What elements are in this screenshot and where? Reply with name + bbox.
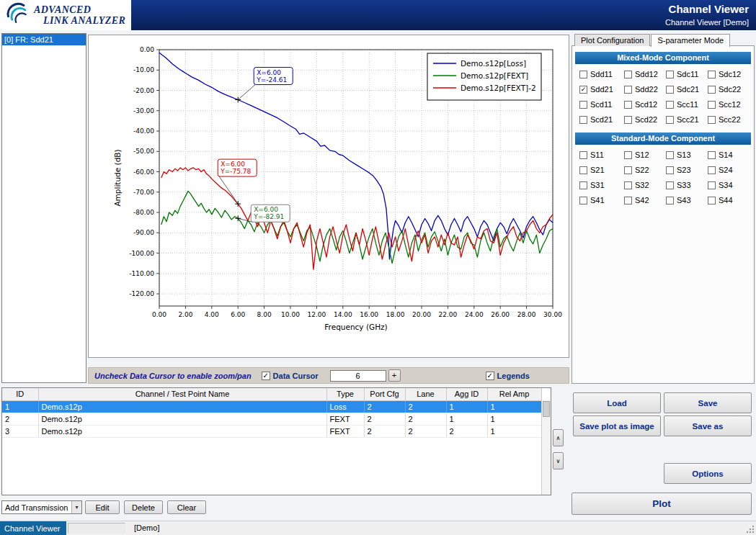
checkbox-sdd21[interactable]: ✓Sdd21: [579, 85, 624, 94]
checkbox-scd11[interactable]: Scd11: [579, 100, 624, 109]
checkbox-label: Scc21: [677, 115, 699, 124]
checkbox-s11[interactable]: S11: [579, 150, 624, 159]
checkbox-sdc21[interactable]: Sdc21: [666, 85, 708, 94]
checkbox-s31[interactable]: S31: [579, 181, 624, 189]
legends-checkbox[interactable]: ✓ Legends: [486, 372, 530, 380]
checkbox-label: S11: [590, 150, 604, 159]
plot-button[interactable]: Plot: [572, 493, 752, 515]
save-button[interactable]: Save: [664, 392, 752, 413]
checkbox-label: Sdc22: [719, 85, 741, 94]
svg-text:2.00: 2.00: [178, 311, 192, 318]
cell-port_cfg: 2: [364, 425, 405, 437]
amplitude-frequency-chart[interactable]: 0.002.004.006.008.0010.0012.0014.0016.00…: [89, 35, 569, 357]
checkbox-sdd11[interactable]: Sdd11: [579, 70, 624, 78]
checkbox-box-s43: [666, 197, 674, 204]
svg-text:-30.00: -30.00: [133, 107, 154, 114]
svg-text:28.00: 28.00: [517, 311, 536, 318]
svg-text:30.00: 30.00: [543, 311, 562, 318]
page-title: Channel Viewer: [665, 3, 749, 15]
move-row-up-button[interactable]: ∧: [553, 429, 564, 446]
checkbox-sdc22[interactable]: Sdc22: [708, 85, 748, 94]
svg-text:-120.00: -120.00: [129, 290, 154, 297]
add-transmission-label: Add Transmission: [5, 503, 68, 512]
checkbox-box-scd11: [579, 101, 587, 109]
tab-plot-configuration[interactable]: Plot Configuration: [574, 34, 650, 46]
checkbox-s12[interactable]: S12: [624, 150, 666, 159]
checkbox-box-s13: [666, 151, 674, 159]
checkbox-label: Sdc11: [677, 70, 698, 78]
checkbox-label: S41: [590, 196, 605, 204]
svg-text:18.00: 18.00: [386, 311, 405, 318]
checkbox-scc11[interactable]: Scc11: [666, 100, 708, 109]
cell-lane: 2: [405, 413, 446, 425]
checkbox-scc21[interactable]: Scc21: [666, 115, 708, 124]
add-cursor-button[interactable]: +: [388, 369, 401, 382]
edit-button[interactable]: Edit: [85, 500, 120, 514]
load-button[interactable]: Load: [573, 392, 661, 413]
move-row-down-button[interactable]: ∨: [553, 452, 564, 469]
cursor-count-input[interactable]: [330, 370, 386, 382]
tab-s-parameter-mode[interactable]: S-parameter Mode: [651, 34, 730, 47]
title-bar: ADVANCED LINK ANALYZER Channel Viewer Ch…: [0, 0, 756, 30]
save-plot-as-image-button[interactable]: Save plot as image: [573, 415, 661, 436]
window-titles: Channel Viewer Channel Viewer [Demo]: [665, 3, 749, 27]
status-input-box: [68, 523, 125, 534]
table-row[interactable]: 3Demo.s12pFEXT2221: [2, 425, 541, 437]
checkbox-sdd12[interactable]: Sdd12: [624, 70, 666, 78]
checkbox-s42[interactable]: S42: [624, 196, 666, 204]
checkbox-scc12[interactable]: Scc12: [708, 100, 748, 109]
checkbox-s43[interactable]: S43: [666, 196, 708, 204]
add-transmission-dropdown[interactable]: Add Transmission ▾: [1, 500, 82, 514]
checkbox-label: S43: [677, 196, 691, 204]
table-row[interactable]: 2Demo.s12pFEXT2211: [2, 413, 541, 425]
delete-button[interactable]: Delete: [124, 500, 163, 514]
checkbox-box-s24: [708, 166, 716, 174]
save-as-button[interactable]: Save as: [664, 415, 752, 436]
checkbox-scc22[interactable]: Scc22: [708, 115, 748, 124]
resize-grip-icon[interactable]: [746, 525, 755, 534]
channel-table: ID Channel / Test Point Name Type Port C…: [1, 387, 551, 495]
checkbox-s33[interactable]: S33: [666, 181, 708, 189]
trace-list[interactable]: [0] FR: Sdd21: [1, 33, 86, 383]
data-cursor-checkbox[interactable]: ✓ Data Cursor: [262, 372, 319, 380]
checkbox-scd12[interactable]: Scd12: [624, 100, 666, 109]
table-scrollbar-thumb[interactable]: [543, 401, 550, 417]
table-row[interactable]: 1Demo.s12pLoss2211: [2, 400, 541, 413]
checkbox-scd22[interactable]: Scd22: [624, 115, 666, 124]
checkbox-box-scc11: [666, 101, 674, 109]
checkbox-sdc12[interactable]: Sdc12: [708, 70, 748, 78]
checkbox-s14[interactable]: S14: [708, 150, 748, 159]
cell-agg_id: 2: [446, 425, 487, 437]
svg-text:4.00: 4.00: [205, 311, 219, 318]
cell-port_cfg: 2: [364, 400, 405, 413]
checkbox-s44[interactable]: S44: [708, 196, 748, 204]
checkbox-s22[interactable]: S22: [624, 166, 666, 174]
checkbox-box-s42: [624, 197, 632, 204]
checkbox-s23[interactable]: S23: [666, 166, 708, 174]
checkbox-sdc11[interactable]: Sdc11: [666, 70, 708, 78]
checkbox-label: Sdc21: [677, 85, 699, 94]
options-button[interactable]: Options: [664, 463, 752, 484]
status-app-chip: Channel Viewer: [0, 521, 66, 535]
col-name: Channel / Test Point Name: [38, 388, 326, 400]
checkbox-s41[interactable]: S41: [579, 196, 624, 204]
checkbox-label: Scc11: [677, 100, 698, 109]
checkbox-s21[interactable]: S21: [579, 166, 624, 174]
logo-line1: ADVANCED: [34, 4, 125, 15]
checkbox-s32[interactable]: S32: [624, 181, 666, 189]
col-rel-amp: Rel Amp: [487, 388, 541, 400]
checkbox-scd21[interactable]: Scd21: [579, 115, 624, 124]
trace-list-item[interactable]: [0] FR: Sdd21: [2, 34, 86, 45]
checkbox-sdd22[interactable]: Sdd22: [624, 85, 666, 94]
checkbox-s24[interactable]: S24: [708, 166, 748, 174]
table-scrollbar[interactable]: [541, 400, 551, 495]
checkbox-box-s12: [624, 151, 632, 159]
y-axis-label: Amplitude (dB): [113, 149, 122, 206]
checkbox-label: Scd11: [590, 100, 612, 109]
checkbox-s34[interactable]: S34: [708, 181, 748, 189]
checkbox-s13[interactable]: S13: [666, 150, 708, 159]
cell-id: 3: [2, 425, 38, 437]
checkbox-label: S13: [677, 150, 691, 159]
clear-button[interactable]: Clear: [167, 500, 206, 514]
mixed-mode-checkbox-grid: Sdd11Sdd12Sdc11Sdc12✓Sdd21Sdd22Sdc21Sdc2…: [572, 68, 754, 127]
